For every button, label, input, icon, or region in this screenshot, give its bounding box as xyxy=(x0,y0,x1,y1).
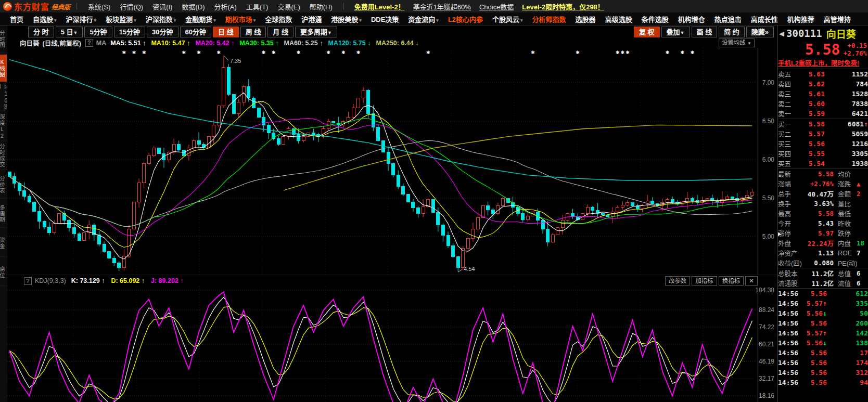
sidebar-item-1[interactable]: K线图 xyxy=(0,55,7,82)
queue-price: 5.63 xyxy=(797,70,825,78)
menu-item-5[interactable]: 工具(T) xyxy=(246,2,269,11)
nav-item-0[interactable]: 首页 xyxy=(5,14,28,24)
svg-text:✱: ✱ xyxy=(681,50,685,55)
ma-value-1: MA10: 5.47 ↑ xyxy=(151,40,190,47)
period-button-9[interactable]: 更多周期▼ xyxy=(295,27,337,37)
promo-link-1[interactable]: 基金近1年赚超60% xyxy=(413,2,471,11)
chart-tool-button-1[interactable]: 叠加▼ xyxy=(661,27,690,37)
nav-item-13[interactable]: 个股风云▾ xyxy=(488,14,528,24)
period-button-0[interactable]: 分 时 xyxy=(28,27,54,37)
chart-tool-button-0[interactable]: 复 权 xyxy=(634,27,660,37)
help-icon[interactable]: ? xyxy=(85,39,93,47)
nav-item-18[interactable]: 机构增仓 xyxy=(673,14,710,24)
svg-text:✱: ✱ xyxy=(272,50,276,55)
svg-text:✱: ✱ xyxy=(616,50,620,55)
menu-item-2[interactable]: 资讯(I) xyxy=(152,2,172,11)
svg-text:✱: ✱ xyxy=(576,50,580,55)
period-button-3[interactable]: 15分钟 xyxy=(114,27,145,37)
panel-collapse-arrow[interactable]: ▶ xyxy=(777,231,782,237)
trade-row-2: 14:565.56↓50 xyxy=(778,308,868,318)
stat-label: 跌停 xyxy=(834,228,857,238)
chevron-down-icon: ▾ xyxy=(359,18,362,23)
sidebar-item-2[interactable]: F10资料 xyxy=(0,84,7,111)
period-button-2[interactable]: 5分钟 xyxy=(84,27,112,37)
buy-row-3: 买四5.553305 xyxy=(778,149,868,159)
kdj-chart[interactable]: 104.3888.2474.2260.2146.1932.1718.16 xyxy=(7,287,777,402)
period-button-7[interactable]: 周 线 xyxy=(240,27,266,37)
queue-volume: 5059 xyxy=(825,130,868,138)
chart-subtitle: (日线,前复权) xyxy=(43,38,81,48)
kdj-close-icon[interactable]: ✕ xyxy=(745,276,758,286)
menu-item-3[interactable]: 数据(D) xyxy=(182,2,205,11)
svg-text:✱: ✱ xyxy=(426,50,430,55)
nav-item-16[interactable]: 高级选股 xyxy=(601,14,637,24)
nav-item-11[interactable]: 资金流向▾ xyxy=(403,14,443,24)
chart-tool-button-4[interactable]: 隐藏» xyxy=(746,27,774,37)
promo-link-2[interactable]: Choice数据 xyxy=(479,2,514,11)
period-button-8[interactable]: 月 线 xyxy=(267,27,293,37)
nav-item-14[interactable]: 分析师指数 xyxy=(528,14,571,24)
promo-link-3[interactable]: Level-2限时特惠，仅298！ xyxy=(522,2,604,11)
stat-row-9: 收益(四)0.080PE(动) xyxy=(778,258,868,268)
menu-item-6[interactable]: 交易(E) xyxy=(277,2,300,11)
nav-item-15[interactable]: 选股器 xyxy=(571,14,601,24)
nav-item-10[interactable]: DDE决策 xyxy=(366,14,403,24)
chart-tool-button-2[interactable]: 画 线 xyxy=(692,27,718,37)
nav-item-7[interactable]: 全球指数 xyxy=(260,14,297,24)
stat-value: 5.58 xyxy=(804,170,834,178)
svg-text:✱: ✱ xyxy=(531,50,535,55)
sidebar-item-8[interactable]: 席位 xyxy=(0,258,7,286)
sidebar-item-6[interactable]: 多周期 xyxy=(0,200,7,228)
nav-item-17[interactable]: 条件选股 xyxy=(637,14,673,24)
promo-link[interactable]: 手机L2重磅上市，限时免费! xyxy=(778,59,868,69)
sidebar-item-0[interactable]: 分时图 xyxy=(0,25,7,53)
kdj-button-2[interactable]: 换指标 xyxy=(719,276,744,286)
stat-label: 昨收 xyxy=(834,218,857,228)
stat-row-0: 最新5.58均价 xyxy=(778,169,868,179)
nav-item-9[interactable]: 港股美股▾ xyxy=(326,14,366,24)
svg-text:✱: ✱ xyxy=(691,50,695,55)
stat-value: 1.13 xyxy=(804,249,834,257)
ma-value-2: MA20: 5.42 ↑ xyxy=(195,40,234,47)
nav-item-20[interactable]: 高成长性 xyxy=(746,14,783,24)
nav-item-3[interactable]: 板块监测▾ xyxy=(101,14,141,24)
help-icon[interactable]: ? xyxy=(24,277,32,285)
menu-item-4[interactable]: 分析(A) xyxy=(214,2,236,11)
menu-item-0[interactable]: 系统(S) xyxy=(88,2,110,11)
ma-settings-button[interactable]: 设置均线 ▼ xyxy=(719,38,755,47)
menu-item-7[interactable]: 帮助(H) xyxy=(310,2,333,11)
queue-price: 5.58 xyxy=(797,120,825,128)
period-button-4[interactable]: 30分钟 xyxy=(147,27,178,37)
sidebar-item-7[interactable]: 资金 xyxy=(0,229,7,257)
back-arrow-icon[interactable]: ◀ xyxy=(779,30,784,37)
nav-item-1[interactable]: 自选股▾ xyxy=(28,14,61,24)
nav-item-5[interactable]: 金融期货▾ xyxy=(181,14,221,24)
nav-item-19[interactable]: 热点追击 xyxy=(710,14,746,24)
nav-item-4[interactable]: 沪深指数▾ xyxy=(141,14,181,24)
candlestick-chart[interactable]: 7.006.506.005.505.00✱✱✱✱✱✱✱✱✱✱✱✱✱✱✱✱✱✱✱✱… xyxy=(7,48,777,275)
sidebar-item-4[interactable]: 分时成交 xyxy=(0,142,7,170)
menu-item-1[interactable]: 行情(Q) xyxy=(120,2,143,11)
nav-item-22[interactable]: 高管增持 xyxy=(819,14,856,24)
chart-tool-button-3[interactable]: 简 约 xyxy=(719,27,745,37)
period-button-6[interactable]: 日 线 xyxy=(213,27,239,37)
stat-label: ROE xyxy=(834,250,857,257)
queue-price: 5.55 xyxy=(797,150,825,158)
sidebar-item-3[interactable]: 深度L2 xyxy=(0,113,7,140)
nav-item-8[interactable]: 沪港通 xyxy=(297,14,326,24)
kdj-button-1[interactable]: 加指标 xyxy=(692,276,717,286)
nav-label: 金融期货 xyxy=(185,16,212,23)
period-button-1[interactable]: 5 日▼ xyxy=(56,27,83,37)
nav-item-2[interactable]: 沪深排行▾ xyxy=(61,14,101,24)
nav-item-6[interactable]: 期权市场▾ xyxy=(221,14,261,24)
chart-title: 向日葵 xyxy=(20,38,40,48)
sidebar-item-5[interactable]: 分价表 xyxy=(0,171,7,199)
buy-row-0: 买一5.586081↑ xyxy=(778,119,868,129)
trade-volume: 260 xyxy=(827,319,868,327)
nav-item-21[interactable]: 机构推荐 xyxy=(783,14,819,24)
promo-link-0[interactable]: 免费用Level-2！ xyxy=(354,2,405,11)
nav-item-12[interactable]: L2核心内参 xyxy=(443,14,488,24)
period-button-5[interactable]: 60分钟 xyxy=(180,27,211,37)
kdj-button-0[interactable]: 改参数 xyxy=(665,276,691,286)
price-change: +0.15+2.76% xyxy=(844,42,867,57)
